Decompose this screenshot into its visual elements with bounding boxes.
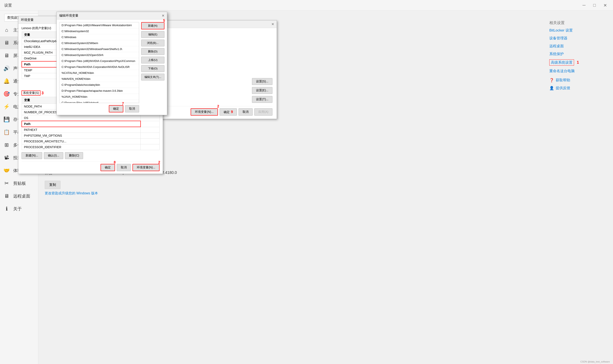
related-settings-title: 相关设置 xyxy=(549,20,609,25)
env-dialog-ok-button[interactable]: 确定 8 xyxy=(101,164,115,171)
csdn-text: CSDN @data_test_software xyxy=(580,360,610,363)
sidebar-item-clipboard-label: 剪贴板 xyxy=(13,181,26,186)
edit-path-button[interactable]: 编辑(E) xyxy=(141,31,164,38)
sound-icon: 🔊 xyxy=(3,65,10,71)
path-item-2[interactable]: C:\Windows xyxy=(59,34,139,40)
path-item-6[interactable]: C:\Program Files (x86)\NVIDIA Corporatio… xyxy=(59,58,139,64)
new-btn-badge: 5 xyxy=(163,19,165,23)
sys-props-cancel-button[interactable]: 取消 xyxy=(239,108,253,116)
sys-props-ok-badge: 9 xyxy=(231,110,233,114)
edit-env-action-btns: 新建(N) 5 编辑(E) 浏览(B)... 删除(D) 上移(U) 下移(O)… xyxy=(141,22,164,112)
env-dialog-bottom-btns: 确定 8 取消 环境变量(N)... 2 xyxy=(22,162,160,171)
path-item-11[interactable]: D:\Program Files\apache\apache-maven-3.6… xyxy=(59,88,139,94)
edit-env-titlebar: 编辑环境变量 ✕ xyxy=(57,12,167,20)
advanced-system-badge: 1 xyxy=(577,60,579,65)
edit-env-cancel-button[interactable]: 取消 xyxy=(125,105,139,112)
delete-sys-var-button[interactable]: 删除(C) xyxy=(65,152,83,159)
related-item-remote-desktop: 远程桌面 xyxy=(549,44,609,49)
path-item-12[interactable]: %JAVA_HOME%\bin xyxy=(59,94,139,100)
close-button[interactable]: ✕ xyxy=(602,2,609,9)
settings-s-button[interactable]: 设置(S)... xyxy=(252,78,272,85)
notifications-icon: 🔔 xyxy=(3,78,10,84)
edit-env-title: 编辑环境变量 xyxy=(59,14,78,18)
bitlocker-link[interactable]: BitLocker 设置 xyxy=(549,28,573,33)
system-vars-label: 系统变量(S) xyxy=(22,91,40,96)
path-item-5[interactable]: C:\Windows\System32\OpenSSH\ xyxy=(59,52,139,58)
new-sys-var-button[interactable]: 新建(N)... xyxy=(22,152,42,159)
remote-desktop-link[interactable]: 远程桌面 xyxy=(549,44,564,49)
help-link[interactable]: 获取帮助 xyxy=(556,78,570,83)
related-item-feedback: 👤 提供反馈 xyxy=(549,86,609,91)
path-item-7[interactable]: C:\Program Files\NVIDIA Corporation\NVID… xyxy=(59,64,139,70)
related-settings: 相关设置 BitLocker 设置 设备管理器 远程桌面 系统保护 高级系统设置… xyxy=(549,20,609,91)
related-item-advanced-system: 高级系统设置 1 xyxy=(549,59,609,65)
settings-t-button[interactable]: 设置(T)... xyxy=(252,96,272,103)
path-item-9[interactable]: %MAVEN_HOME%\bin xyxy=(59,76,139,82)
path-item-0[interactable]: D:\Program Files (x86)\VMware\VMware Wor… xyxy=(59,22,139,28)
sys-props-apply-button[interactable]: 应用(A) xyxy=(254,108,272,116)
advanced-system-link[interactable]: 高级系统设置 xyxy=(549,59,574,65)
more-link[interactable]: 更改密匙或升级您的 Windows 版本 xyxy=(45,191,538,196)
path-item-3[interactable]: C:\Windows\System32\Wbem xyxy=(59,40,139,46)
path-item-13[interactable]: C:\Program Files (x86)\dotnet\ xyxy=(59,100,139,103)
app-title: 设置 xyxy=(4,3,12,8)
path-item-10[interactable]: C:\ProgramData\chocolatey\bin xyxy=(59,82,139,88)
maximize-button[interactable]: □ xyxy=(591,2,598,8)
sidebar-item-about-label: 关于 xyxy=(13,206,22,212)
edit-env-dialog: 编辑环境变量 ✕ D:\Program Files (x86)\VMware\V… xyxy=(56,12,167,115)
table-row[interactable]: PATHEXT xyxy=(22,127,160,133)
related-item-bitlocker: BitLocker 设置 xyxy=(549,28,609,33)
related-item-rename: 重命名这台电脑 xyxy=(549,68,609,73)
main-titlebar: 设置 ─ □ ✕ xyxy=(0,0,613,11)
edit-sys-var-button[interactable]: 确认(I)... xyxy=(44,152,63,159)
feedback-link[interactable]: 提供反馈 xyxy=(556,86,570,91)
table-row[interactable]: PROCESSOR_IDENTIFIER xyxy=(22,144,160,150)
settings-e-button[interactable]: 设置(E)... xyxy=(252,87,272,94)
remote-icon: 🖥 xyxy=(3,193,10,199)
table-row[interactable]: OS xyxy=(22,115,160,121)
sys-props-close[interactable]: ✕ xyxy=(271,22,274,26)
path-item-8[interactable]: %CATALINA_HOME%\bin xyxy=(59,70,139,76)
device-manager-link[interactable]: 设备管理器 xyxy=(549,36,567,41)
move-up-button[interactable]: 上移(U) xyxy=(141,57,164,64)
storage-icon: 💾 xyxy=(3,117,10,122)
new-path-button[interactable]: 新建(N) 5 xyxy=(141,22,164,29)
edit-env-bottom-btns: 确定 7 取消 xyxy=(59,105,139,112)
table-row-path-system-selected[interactable]: Path xyxy=(22,121,160,127)
feedback-icon: 👤 xyxy=(549,86,554,91)
env-ok-badge: 8 xyxy=(114,160,116,164)
path-list: D:\Program Files (x86)\VMware\VMware Wor… xyxy=(59,22,139,103)
minimize-button[interactable]: ─ xyxy=(581,2,587,8)
home-icon: ⌂ xyxy=(3,27,10,33)
path-item-4[interactable]: C:\Windows\System32\WindowsPowerShell\v1… xyxy=(59,46,139,52)
sys-props-ok-button[interactable]: 确定 9 xyxy=(220,108,237,116)
system-protect-link[interactable]: 系统保护 xyxy=(549,52,564,56)
sidebar-item-about[interactable]: ℹ 关于 xyxy=(0,202,38,215)
table-row[interactable]: PHPSTORM_VM_OPTIONS xyxy=(22,133,160,139)
path-item-1[interactable]: C:\Windows\system32 xyxy=(59,28,139,34)
multitask-icon: ⊞ xyxy=(3,142,10,148)
edit-env-close[interactable]: ✕ xyxy=(162,14,164,18)
edit-env-ok-button[interactable]: 确定 7 xyxy=(109,105,123,112)
sidebar-item-remote[interactable]: 🖥 远程桌面 xyxy=(0,190,38,202)
edit-text-button[interactable]: 编辑文本(T)... xyxy=(141,74,164,80)
table-row[interactable]: PROCESSOR_ARCHITECTU... xyxy=(22,139,160,144)
rename-link[interactable]: 重命名这台电脑 xyxy=(549,68,575,73)
share-icon: 🤝 xyxy=(3,168,10,173)
delete-path-button[interactable]: 删除(D) xyxy=(141,48,164,55)
env-dialog-cancel-button[interactable]: 取消 xyxy=(117,164,131,171)
about-icon: ℹ xyxy=(3,206,10,212)
power-icon: ⚡ xyxy=(3,104,10,110)
env-vars-new-button[interactable]: 环境变量(N)... 2 xyxy=(133,164,160,171)
copy-button[interactable]: 复制 xyxy=(45,181,61,189)
help-section: ❓ 获取帮助 👤 提供反馈 xyxy=(549,78,609,91)
browse-path-button[interactable]: 浏览(B)... xyxy=(141,39,164,46)
related-item-device-manager: 设备管理器 xyxy=(549,36,609,41)
env-vars-btn-badge: 2 xyxy=(158,160,160,164)
clipboard-icon: ✂ xyxy=(3,180,10,186)
env-vars-badge: 2 xyxy=(217,104,219,108)
env-vars-button[interactable]: 环境变量(N)... 2 xyxy=(191,108,218,116)
move-down-button[interactable]: 下移(O) xyxy=(141,65,164,72)
settings-right-panel: 相关设置 BitLocker 设置 设备管理器 远程桌面 系统保护 高级系统设置… xyxy=(545,11,613,364)
sidebar-item-clipboard[interactable]: ✂ 剪贴板 xyxy=(0,177,38,190)
